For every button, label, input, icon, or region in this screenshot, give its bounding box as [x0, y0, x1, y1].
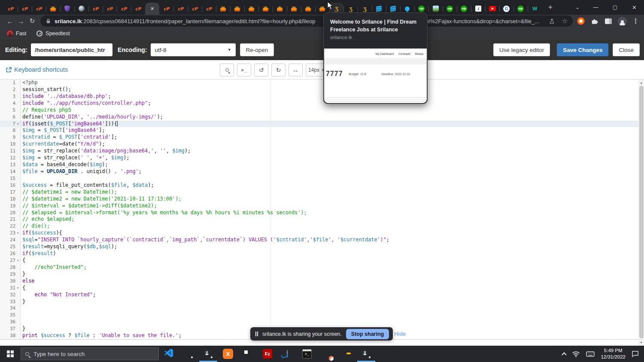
sidebar-icon[interactable]	[605, 18, 612, 24]
code-editor[interactable]: 1<?php2session_start();3include '../data…	[0, 79, 644, 346]
browser-tab[interactable]	[258, 3, 273, 15]
fold-toggle-icon[interactable]: ▾	[15, 257, 20, 264]
fold-toggle-icon[interactable]: ▾	[15, 121, 20, 128]
wifi-icon[interactable]	[572, 351, 580, 357]
taskbar-clock[interactable]: 5:49 PM 12/31/2022	[601, 347, 626, 360]
stop-sharing-button[interactable]: Stop sharing	[346, 329, 389, 339]
browser-tab[interactable]: G	[499, 3, 513, 15]
file-path-field[interactable]: /home/srilance/public_htr	[31, 43, 112, 56]
browser-tab[interactable]	[273, 3, 287, 15]
hide-share-bar-link[interactable]: Hide	[394, 331, 406, 337]
tray-chevron-up-icon[interactable]	[562, 352, 567, 357]
taskbar-app-chrome-profile[interactable]	[356, 346, 376, 362]
taskbar-app-file-explorer[interactable]	[337, 346, 356, 362]
taskbar-app-chrome-profile[interactable]	[198, 346, 218, 362]
browser-tab[interactable]: up	[513, 3, 528, 15]
editor-scrollbar[interactable]: ▲ ▼	[638, 79, 644, 345]
browser-tab[interactable]	[74, 3, 88, 15]
line-number: 31▾	[0, 285, 21, 292]
browser-tab[interactable]	[216, 3, 230, 15]
flame-favicon-icon	[319, 5, 326, 12]
bookmark-speedtest[interactable]: Speedtest	[36, 30, 70, 37]
browser-tab[interactable]	[485, 3, 499, 15]
browser-tab[interactable]: W	[528, 3, 542, 15]
forward-icon[interactable]: →	[15, 15, 27, 27]
taskbar-app-chrome[interactable]	[179, 346, 198, 362]
browser-tab[interactable]: cP	[188, 3, 202, 15]
word-wrap-button[interactable]: ↔	[289, 64, 303, 76]
legacy-editor-button[interactable]: Use legacy editor	[493, 43, 550, 56]
share-icon[interactable]	[549, 18, 555, 24]
action-center-icon[interactable]	[632, 350, 639, 357]
window-maximize-button[interactable]: ▢	[605, 0, 625, 15]
new-tab-button[interactable]: +	[544, 1, 556, 13]
browser-tab[interactable]	[230, 3, 244, 15]
keyboard-shortcuts-link[interactable]: Keyboard shortcuts	[6, 66, 68, 73]
window-close-button[interactable]: ✕	[625, 0, 644, 15]
line-number: 2	[0, 86, 21, 93]
profile-avatar[interactable]	[618, 17, 627, 26]
browser-tab[interactable]	[428, 3, 443, 15]
taskbar-app-cmd[interactable]: >_	[297, 346, 317, 362]
browser-tab[interactable]: cP	[88, 3, 103, 15]
window-minimize-button[interactable]: —	[586, 0, 605, 15]
code-line: 24$sql="INSERT INTO `hourly_capture`(`co…	[0, 237, 644, 243]
browser-tab[interactable]	[60, 3, 74, 15]
browser-tab[interactable]	[287, 3, 301, 15]
browser-tab[interactable]	[244, 3, 258, 15]
back-icon[interactable]: ←	[4, 15, 15, 27]
reopen-button[interactable]: Re-open	[240, 43, 274, 56]
browser-tab[interactable]: cP	[32, 3, 46, 15]
redo-button[interactable]: ↻	[271, 64, 286, 76]
code-line: 15	[0, 175, 644, 182]
close-button[interactable]: Close	[613, 43, 640, 56]
browser-tab[interactable]: cP	[18, 3, 32, 15]
scrollbar-thumb[interactable]	[639, 86, 644, 338]
youtube-favicon-icon	[489, 6, 496, 11]
browser-tab[interactable]: ✕	[145, 3, 159, 15]
scroll-up-icon[interactable]: ▲	[638, 79, 644, 85]
taskbar-app-postman[interactable]	[317, 346, 337, 362]
start-button[interactable]	[0, 346, 21, 362]
browser-tab[interactable]: up	[457, 3, 471, 15]
line-number: 12	[0, 155, 21, 161]
undo-button[interactable]: ↺	[254, 64, 268, 76]
encoding-select[interactable]: utf-8 ▼	[151, 43, 236, 56]
search-button[interactable]	[220, 64, 234, 76]
browser-tab[interactable]: cP	[3, 3, 18, 15]
browser-tab[interactable]: i	[471, 3, 485, 15]
taskbar-app-filezilla[interactable]: Fz	[258, 346, 277, 362]
taskbar-app-xampp[interactable]: X	[218, 346, 238, 362]
line-number: 22	[0, 223, 21, 230]
browser-tab[interactable]	[46, 3, 60, 15]
fold-toggle-icon[interactable]: ▾	[15, 230, 20, 237]
terminal-button[interactable]: >_	[237, 64, 251, 76]
browser-tab[interactable]: cP	[103, 3, 117, 15]
browser-tab[interactable]: cP	[173, 3, 188, 15]
browser-tab[interactable]: cP	[202, 3, 216, 15]
tab-search-chevron-icon[interactable]: ⌄	[569, 0, 586, 15]
taskbar-search-input[interactable]: Type here to search	[21, 347, 159, 360]
browser-tab[interactable]: cP	[117, 3, 131, 15]
bookmark-fast[interactable]: Fast	[7, 30, 26, 37]
tab-close-icon[interactable]: ✕	[150, 6, 154, 12]
extension-icon[interactable]	[577, 17, 585, 25]
extensions-puzzle-icon[interactable]	[590, 17, 599, 25]
share-message: srilance.lk is sharing your screen.	[262, 331, 342, 337]
browser-menu-icon[interactable]: ⋮	[632, 17, 639, 25]
browser-tab[interactable]: up	[443, 3, 457, 15]
taskbar-app-sticky-notes[interactable]	[238, 346, 258, 362]
reload-icon[interactable]: ↻	[27, 15, 38, 27]
bookmark-star-icon[interactable]: ☆	[562, 17, 568, 25]
scroll-down-icon[interactable]: ▼	[638, 339, 644, 345]
save-changes-button[interactable]: Save Changes	[557, 43, 608, 56]
address-bar[interactable]: srilance.lk:2083/cpsess0684114911/fronte…	[40, 15, 573, 27]
fold-toggle-icon[interactable]: ▾	[15, 285, 20, 292]
browser-tab[interactable]: cP	[131, 3, 145, 15]
taskbar-app-disc-recorder[interactable]	[277, 346, 297, 362]
taskbar-app-vscode[interactable]	[159, 346, 179, 362]
keyboard-icon[interactable]	[586, 351, 595, 357]
shield-favicon-icon	[64, 5, 71, 12]
browser-tab[interactable]	[301, 3, 315, 15]
browser-tab[interactable]: cP	[159, 3, 173, 15]
